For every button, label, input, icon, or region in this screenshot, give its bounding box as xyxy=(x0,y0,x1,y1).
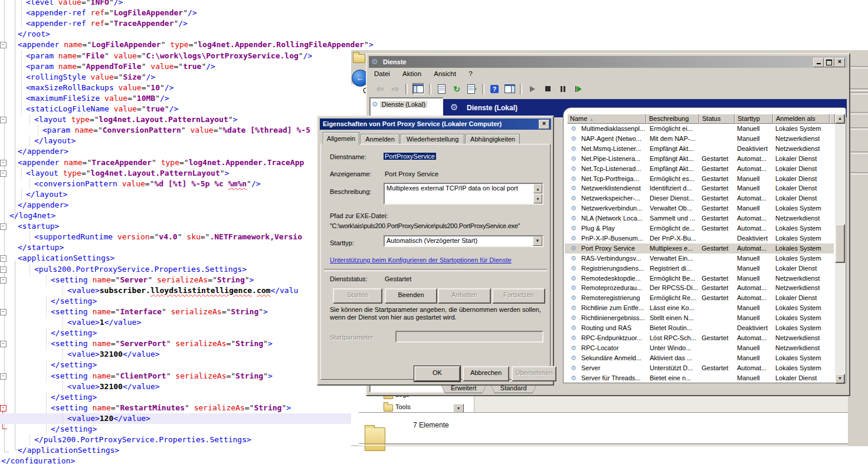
service-row[interactable]: ⚙RemoteregistrierungErmöglicht Re...Gest… xyxy=(565,293,834,303)
stop-service-icon[interactable] xyxy=(542,84,553,94)
menu-ansicht[interactable]: Ansicht xyxy=(428,68,461,77)
title-bar[interactable]: ⚙ Dienste × xyxy=(369,56,847,68)
service-cell: Automat... xyxy=(737,164,773,174)
ok-button[interactable]: OK xyxy=(414,366,460,381)
beenden-button[interactable]: Beenden xyxy=(385,288,437,304)
startparameter-input[interactable] xyxy=(395,331,543,343)
startoptions-link[interactable]: Unterstützung beim Konfigurieren der Sta… xyxy=(330,256,512,264)
divider xyxy=(848,112,868,114)
fold-marker[interactable]: − xyxy=(0,266,6,273)
dropdown-button[interactable]: ▼ xyxy=(453,404,464,413)
show-console-tree-icon[interactable] xyxy=(412,83,424,95)
service-row[interactable]: ⚙Net.Pipe-Listenera...Empfängt Akt...Ges… xyxy=(565,154,834,164)
fold-marker-current[interactable]: − xyxy=(0,405,6,412)
tree-item-dienste-lokal[interactable]: ⚙ Dienste (Lokal) xyxy=(372,100,441,108)
forward-icon[interactable]: ⇨ xyxy=(390,84,401,94)
fold-marker[interactable]: − xyxy=(0,223,6,230)
fold-marker[interactable]: − xyxy=(0,160,6,166)
column-header-starttyp[interactable]: Starttyp xyxy=(735,114,773,124)
minimize-button[interactable] xyxy=(813,58,824,67)
maximize-button[interactable] xyxy=(824,58,834,67)
service-cell: Mit dem NAP-... xyxy=(650,134,699,144)
service-row[interactable]: ⚙Richtlinienergebniss...Stellt einen N..… xyxy=(565,313,834,323)
uebernehmen-button[interactable]: Übernehmen xyxy=(512,366,556,381)
service-cell: Empfängt Akt... xyxy=(650,164,699,174)
fold-marker[interactable]: − xyxy=(0,373,6,380)
service-row[interactable]: ⚙NAP-Agent (Netwo...Mit dem NAP-...Manue… xyxy=(565,134,834,144)
properties-icon[interactable] xyxy=(436,84,447,94)
scroll-up-button[interactable]: ▲ xyxy=(835,114,845,124)
tab-allgemein[interactable]: Allgemein xyxy=(323,132,359,145)
service-row[interactable]: ⚙Plug & PlayErmöglicht de...GestartetAut… xyxy=(565,223,834,233)
service-row[interactable]: ⚙ServerUnterstützt D...GestartetAutomat.… xyxy=(565,363,834,373)
refresh-icon[interactable]: ↻ xyxy=(451,84,462,94)
service-row[interactable]: ⚙Registrierungsdiens...Registriert di...… xyxy=(565,264,834,274)
service-row[interactable]: ⚙Netzwerkspeicher-...Dieser Dienst...Ges… xyxy=(565,193,834,203)
fold-marker[interactable]: − xyxy=(0,255,6,262)
fold-marker[interactable]: − xyxy=(0,341,6,347)
service-cell: Manuell xyxy=(737,313,773,323)
service-row[interactable]: ⚙Server für Threads...Bietet eine n...Ma… xyxy=(565,373,834,383)
restart-service-icon[interactable] xyxy=(573,84,584,94)
service-cell: Lokaler Dienst xyxy=(775,174,831,184)
service-row[interactable]: ⚙Routing und RASBietet Routin...Deaktivi… xyxy=(565,323,834,333)
tab-abhaengigkeiten[interactable]: Abhängigkeiten xyxy=(466,134,520,144)
service-row[interactable]: ⚙RPC-Endpunktzuor...Löst RPC-Sch...Gesta… xyxy=(565,333,834,343)
service-row[interactable]: ⚙Remoteprozedurau...Der RPCSS-Di...Gesta… xyxy=(565,283,834,293)
start-service-icon[interactable] xyxy=(527,84,538,94)
tab-wiederherstellung[interactable]: Wiederherstellung xyxy=(401,134,464,144)
dialog-title-bar[interactable]: Eigenschaften von Port Proxy Service (Lo… xyxy=(320,119,551,130)
service-row[interactable]: ⚙RPC-LocatorUnter Windo...ManuellNetzwer… xyxy=(565,343,834,353)
service-row[interactable]: ⚙Net.Msmq-Listener...Empfängt Akt...Deak… xyxy=(565,144,834,154)
scrollbar-thumb[interactable] xyxy=(835,224,845,263)
fold-marker[interactable]: − xyxy=(0,42,6,48)
service-row[interactable]: ⚙Net.Tcp-Portfreiga...Ermöglicht es...Ge… xyxy=(565,174,834,184)
beschreibung-field[interactable]: Multiplexes external TCP/IP data on loca… xyxy=(384,183,543,205)
chevron-down-icon[interactable]: ▼ xyxy=(533,236,542,246)
menu-aktion[interactable]: Aktion xyxy=(397,68,427,77)
service-row[interactable]: ⚙PnP-X-IP-Busenum...Der PnP-X-Bu...Deakt… xyxy=(565,233,834,243)
close-icon[interactable]: × xyxy=(539,120,549,129)
service-row[interactable]: ⚙Remotedesktopdie...Ermöglicht Be...Gest… xyxy=(565,274,834,284)
starttyp-combobox[interactable]: Automatisch (Verzögerter Start) ▼ xyxy=(384,235,543,247)
service-row[interactable]: ⚙Richtlinie zum Entfe...Lässt eine Ko...… xyxy=(565,303,834,313)
show-description-icon[interactable] xyxy=(505,84,515,94)
scroll-down-button[interactable]: ▼ xyxy=(835,374,845,384)
pause-service-icon[interactable] xyxy=(558,84,568,94)
column-header-status[interactable]: Status xyxy=(699,114,735,124)
anhalten-button[interactable]: Anhalten xyxy=(438,288,491,304)
fortsetzen-button[interactable]: Fortsetzen xyxy=(492,288,545,304)
menu-hilfe[interactable]: ? xyxy=(463,68,477,77)
service-row[interactable]: ⚙Multimediaklassenpl...Ermöglicht ei...M… xyxy=(565,124,834,134)
service-cell: Manuell xyxy=(737,353,773,363)
fold-marker[interactable]: − xyxy=(0,170,6,177)
column-header-anmelden-als[interactable]: Anmelden als xyxy=(773,114,830,124)
service-cell: Lokales System xyxy=(775,203,831,213)
service-row[interactable]: ⚙NLA (Network Loca...Sammelt und ...Gest… xyxy=(565,213,834,223)
service-row[interactable]: ⚙Net.Tcp-Listenerad...Empfängt Akt...Ges… xyxy=(565,164,834,174)
service-row-selected[interactable]: ⚙Port Proxy ServiceMultiplexes e...Gesta… xyxy=(565,243,834,254)
close-button[interactable]: × xyxy=(834,58,845,67)
abbrechen-button[interactable]: Abbrechen xyxy=(463,366,509,381)
scroll-down-icon[interactable]: ▼ xyxy=(533,194,542,203)
service-row[interactable]: ⚙NetzwerklistendienstIdentifiziert d...G… xyxy=(565,183,834,193)
service-row[interactable]: ⚙RAS-Verbindungsv...Verwaltet Ein...Manu… xyxy=(565,254,834,264)
help-icon[interactable]: ? xyxy=(489,84,500,94)
tab-anmelden[interactable]: Anmelden xyxy=(361,134,399,144)
service-cell: Verwaltet Ob... xyxy=(650,203,699,213)
service-row[interactable]: ⚙Netzwerkverbindun...Verwaltet Ob...Gest… xyxy=(565,203,834,213)
scroll-up-icon[interactable]: ▲ xyxy=(533,184,542,193)
column-header-beschreibung[interactable]: Beschreibung xyxy=(646,114,699,124)
export-list-icon[interactable]: ⇨ xyxy=(467,84,477,94)
menu-datei[interactable]: Datei xyxy=(369,68,395,77)
fold-marker[interactable]: − xyxy=(0,309,6,315)
starten-button[interactable]: Starten xyxy=(333,288,382,304)
file-item[interactable]: Tools xyxy=(384,402,454,412)
status-text: 7 Elemente xyxy=(413,421,449,429)
fold-marker[interactable]: − xyxy=(0,117,6,123)
column-header-name[interactable]: Name ▲ xyxy=(567,114,646,124)
service-cell: Gestartet xyxy=(702,193,735,203)
fold-marker[interactable]: − xyxy=(0,277,6,284)
back-icon[interactable]: ⇦ xyxy=(375,84,385,94)
service-row[interactable]: ⚙Sekundäre Anmeld...Aktiviert das ...Man… xyxy=(565,353,834,363)
